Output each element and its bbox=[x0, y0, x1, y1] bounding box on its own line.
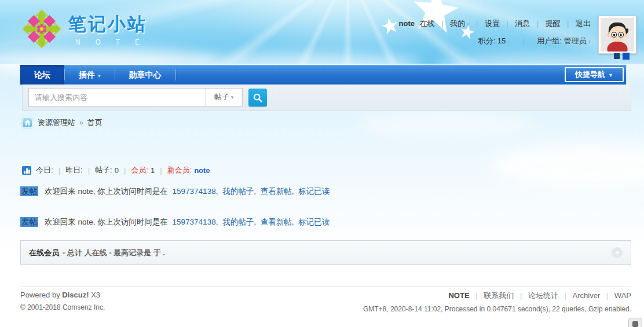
search-button[interactable] bbox=[248, 89, 267, 106]
menu-logout[interactable]: 退出 bbox=[576, 19, 591, 28]
main-navbar: 论坛 插件▾ 勋章中心 快捷导航▼ bbox=[20, 65, 626, 84]
chevron-down-icon: ▾ bbox=[467, 21, 470, 27]
separator: | bbox=[476, 20, 478, 28]
separator: | bbox=[522, 37, 524, 45]
site-title: 笔记小站 bbox=[68, 12, 155, 36]
separator: | bbox=[537, 20, 539, 28]
stat-members-label: 会员: bbox=[131, 165, 148, 175]
forum-stats-line: 今日: | 昨日: | 帖子: 0 | 会员: 1 | 新会员: note bbox=[22, 165, 210, 175]
menu-messages[interactable]: 消息 bbox=[515, 19, 530, 28]
online-members-detail: - 总计 人在线 - 最高记录是 于 . bbox=[63, 248, 165, 258]
stat-members-value: 1 bbox=[151, 166, 155, 175]
chevron-down-icon: ▾ bbox=[231, 94, 234, 100]
menu-settings[interactable]: 设置 bbox=[485, 19, 500, 28]
separator: | bbox=[606, 291, 608, 300]
menu-my[interactable]: 我的 bbox=[450, 19, 465, 28]
my-posts-link[interactable]: 我的帖子, bbox=[222, 218, 256, 226]
online-members-panel: 在线会员 - 总计 人在线 - 最高记录是 于 . + bbox=[20, 240, 631, 265]
server-info-text: GMT+8, 2020-8-14 11:02, Processed in 0.0… bbox=[363, 305, 631, 313]
stat-posts-value: 0 bbox=[115, 166, 119, 175]
separator: | bbox=[88, 166, 90, 175]
separator: | bbox=[58, 166, 60, 175]
new-posts-link[interactable]: 查看新帖, bbox=[261, 187, 294, 196]
separator: | bbox=[124, 166, 126, 175]
welcome-text: 欢迎回来 note, 你上次访问时间是在 bbox=[45, 218, 168, 226]
chevron-down-icon: ▼ bbox=[608, 72, 613, 78]
nav-separator bbox=[175, 69, 176, 80]
nav-medal-center[interactable]: 勋章中心 bbox=[115, 65, 175, 84]
archiver-link[interactable]: Archiver bbox=[573, 291, 601, 300]
search-icon bbox=[253, 93, 263, 103]
welcome-message: 发帖 欢迎回来 note, 你上次访问时间是在 1597374138, 我的帖子… bbox=[20, 217, 330, 227]
separator: | bbox=[520, 291, 522, 300]
discuz-link[interactable]: Discuz! bbox=[62, 291, 89, 299]
breadcrumb-page-link[interactable]: 首页 bbox=[87, 117, 103, 128]
welcome-text: 欢迎回来 note, 你上次访问时间是在 bbox=[45, 187, 168, 196]
avatar-image bbox=[601, 18, 634, 52]
bar-chart-icon bbox=[22, 166, 31, 175]
breadcrumb-separator: » bbox=[79, 119, 83, 127]
post-badge: 发帖 bbox=[20, 186, 38, 196]
mark-read-link[interactable]: 标记已读 bbox=[298, 187, 330, 196]
separator: | bbox=[441, 20, 443, 28]
back-to-top-button[interactable] bbox=[628, 318, 642, 327]
my-posts-link[interactable]: 我的帖子, bbox=[222, 187, 256, 196]
online-status: 在线 bbox=[420, 19, 435, 28]
separator: | bbox=[507, 20, 508, 28]
online-members-title: 在线会员 bbox=[29, 248, 59, 258]
last-visit-timestamp: 1597374138, bbox=[173, 218, 218, 226]
stat-yesterday: 昨日: bbox=[65, 165, 83, 175]
home-icon[interactable] bbox=[22, 117, 32, 128]
copyright-text: © 2001-2018 Comsenz Inc. bbox=[20, 303, 105, 311]
search-bar: 帖子▾ bbox=[22, 84, 631, 111]
user-menu: note 在线 | 我的▾ | 设置 | 消息 | 提醒 | 退出 积分: 15… bbox=[399, 19, 591, 46]
new-member-link[interactable]: note bbox=[194, 166, 210, 175]
separator: | bbox=[565, 291, 566, 300]
search-box: 帖子▾ bbox=[28, 88, 243, 106]
separator: | bbox=[567, 20, 569, 28]
powered-by-text: Powered by bbox=[20, 291, 60, 299]
stat-new-member-label: 新会员: bbox=[167, 165, 192, 175]
nav-plugins[interactable]: 插件▾ bbox=[65, 65, 115, 84]
footer-site-name: NOTE bbox=[448, 291, 469, 300]
chevron-down-icon: ▾ bbox=[98, 73, 101, 79]
search-scope-dropdown[interactable]: 帖子▾ bbox=[205, 89, 242, 106]
nav-forum[interactable]: 论坛 bbox=[20, 65, 64, 84]
last-visit-timestamp: 1597374138, bbox=[173, 187, 218, 196]
separator: | bbox=[160, 166, 162, 175]
breadcrumb: 资源管理站 » 首页 bbox=[22, 117, 103, 128]
avatar[interactable] bbox=[598, 16, 636, 54]
breadcrumb-site-link[interactable]: 资源管理站 bbox=[38, 117, 75, 128]
theme-swatch-dark[interactable] bbox=[614, 53, 620, 59]
forum-stats-link[interactable]: 论坛统计 bbox=[528, 291, 558, 300]
mark-read-link[interactable]: 标记已读 bbox=[298, 218, 330, 226]
separator: | bbox=[475, 291, 477, 300]
usergroup-link[interactable]: 用户组: 管理员 bbox=[537, 36, 586, 45]
post-badge: 发帖 bbox=[20, 217, 38, 227]
chevron-down-icon: ▾ bbox=[588, 39, 591, 45]
footer: Powered by Discuz! X3 © 2001-2018 Comsen… bbox=[20, 286, 631, 313]
expand-icon[interactable]: + bbox=[612, 247, 623, 258]
contact-us-link[interactable]: 联系我们 bbox=[484, 291, 514, 300]
cloud bbox=[359, 113, 533, 136]
stat-posts-label: 帖子: bbox=[95, 165, 112, 175]
site-subtitle: NOTE bbox=[68, 38, 155, 46]
new-posts-link[interactable]: 查看新帖, bbox=[261, 218, 294, 226]
welcome-message: 发帖 欢迎回来 note, 你上次访问时间是在 1597374138, 我的帖子… bbox=[20, 186, 330, 197]
wap-link[interactable]: WAP bbox=[614, 291, 631, 300]
theme-swatch-blue[interactable] bbox=[623, 53, 630, 60]
site-logo[interactable]: 笔记小站 NOTE bbox=[22, 9, 155, 49]
search-input[interactable] bbox=[29, 89, 205, 106]
username-link[interactable]: note bbox=[399, 19, 415, 28]
flower-logo-icon bbox=[22, 9, 61, 49]
menu-notices[interactable]: 提醒 bbox=[546, 19, 561, 28]
quick-nav-button[interactable]: 快捷导航▼ bbox=[565, 67, 624, 82]
arrow-up-icon bbox=[632, 321, 638, 327]
stat-today: 今日: bbox=[36, 165, 53, 175]
discuz-version: X3 bbox=[91, 291, 100, 299]
credits-link[interactable]: 积分: 15 bbox=[478, 36, 506, 45]
chevron-down-icon: ▾ bbox=[507, 39, 510, 45]
